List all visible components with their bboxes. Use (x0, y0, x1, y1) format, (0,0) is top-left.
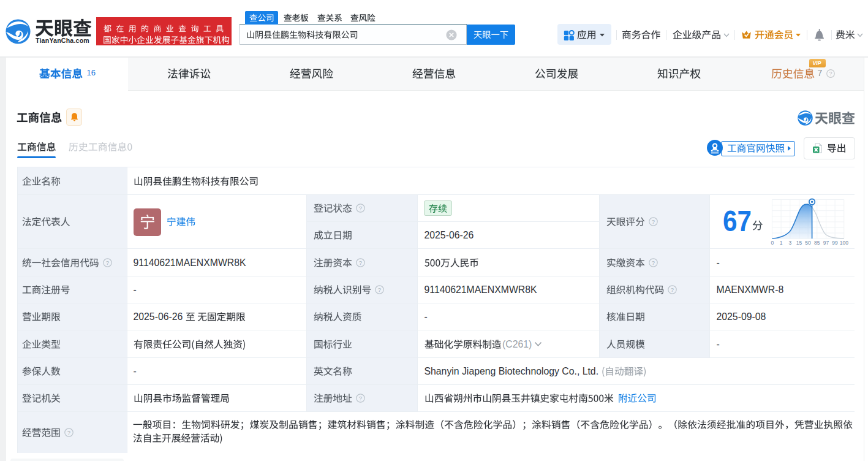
svg-text:3: 3 (788, 240, 791, 246)
svg-text:?: ? (359, 395, 362, 402)
svg-text:?: ? (359, 205, 362, 211)
svg-text:?: ? (359, 259, 362, 265)
svg-text:?: ? (829, 70, 832, 77)
svg-text:99: 99 (832, 240, 838, 246)
svg-text:85: 85 (814, 240, 820, 246)
svg-text:100: 100 (840, 240, 848, 246)
svg-text:?: ? (105, 259, 108, 265)
svg-text:?: ? (378, 286, 381, 293)
svg-text:?: ? (671, 286, 674, 293)
svg-text:?: ? (67, 429, 70, 436)
svg-text:97: 97 (823, 240, 829, 246)
svg-text:0: 0 (771, 240, 774, 246)
svg-text:15: 15 (796, 240, 802, 246)
svg-text:1: 1 (780, 240, 783, 246)
svg-text:50: 50 (805, 240, 811, 246)
svg-text:?: ? (652, 218, 655, 225)
svg-text:?: ? (652, 259, 655, 265)
